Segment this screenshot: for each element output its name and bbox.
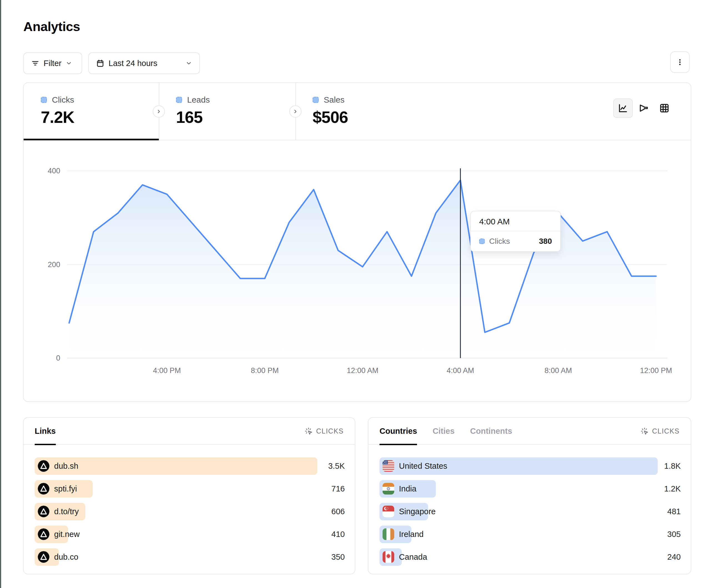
analytics-page: Analytics Filter Last 24 hours Clicks 7.…	[0, 0, 711, 588]
row-label: United States	[399, 457, 447, 475]
tab-label: Countries	[380, 427, 417, 436]
stats-row: Clicks 7.2K Leads 165 Sales $506	[24, 83, 691, 140]
dub-logo-icon	[38, 483, 49, 495]
x-tick-label: 12:00 AM	[339, 366, 386, 375]
stat-card-sales[interactable]: Sales $506	[295, 83, 462, 140]
country-row-india[interactable]: India1.2K	[380, 480, 681, 498]
calendar-icon	[96, 59, 104, 67]
stat-value: 7.2K	[41, 108, 159, 127]
tooltip-value: 380	[539, 237, 552, 246]
kebab-menu-icon	[676, 58, 684, 66]
link-row-dub.co[interactable]: dub.co350	[35, 548, 345, 566]
stat-card-clicks[interactable]: Clicks 7.2K	[24, 83, 159, 140]
chart-tooltip: 4:00 AM Clicks 380	[470, 211, 561, 252]
more-options-button[interactable]	[670, 51, 690, 73]
row-label: d.to/try	[54, 503, 79, 520]
dub-logo-icon	[38, 551, 49, 563]
geo-panel-header: Countries Cities Continents CLICKS	[368, 418, 691, 445]
clicks-area-chart[interactable]	[67, 166, 667, 359]
filter-button[interactable]: Filter	[23, 52, 82, 74]
tab-label: Cities	[433, 427, 454, 436]
row-label: dub.co	[54, 548, 78, 566]
stat-value: $506	[313, 108, 462, 127]
geo-metric-selector[interactable]: CLICKS	[641, 418, 680, 445]
grid-icon	[659, 103, 670, 113]
tab-continents[interactable]: Continents	[470, 418, 512, 445]
tab-label: Links	[35, 427, 56, 436]
table-view-button[interactable]	[658, 102, 670, 114]
row-label: spti.fyi	[54, 480, 77, 498]
funnel-view-button[interactable]	[638, 102, 650, 114]
active-stat-underline	[24, 139, 159, 140]
clicks-legend-icon	[41, 97, 47, 103]
metric-label: CLICKS	[316, 427, 344, 435]
x-tick-label: 8:00 PM	[241, 366, 288, 375]
window-edge-divider	[0, 0, 1, 588]
chevron-right-icon	[156, 109, 161, 114]
x-tick-label: 12:00 PM	[632, 366, 680, 375]
row-label: Canada	[399, 548, 427, 566]
row-label: dub.sh	[54, 457, 78, 475]
chart-area-fill	[69, 180, 656, 358]
chevron-down-icon	[66, 60, 72, 67]
line-chart-icon	[618, 103, 628, 113]
expand-sales-button[interactable]	[289, 106, 302, 118]
row-value: 716	[331, 480, 345, 498]
country-row-singapore[interactable]: Singapore481	[380, 503, 681, 520]
dub-logo-icon	[38, 528, 49, 540]
date-range-label: Last 24 hours	[109, 59, 157, 68]
flag-us-icon	[383, 460, 394, 472]
cursor-click-icon	[641, 427, 649, 435]
row-value: 481	[667, 503, 681, 520]
x-tick-label: 4:00 AM	[437, 366, 484, 375]
stat-card-leads[interactable]: Leads 165	[159, 83, 295, 140]
country-row-ireland[interactable]: Ireland305	[380, 526, 681, 543]
row-value: 3.5K	[328, 457, 345, 475]
row-value: 606	[331, 503, 345, 520]
date-range-button[interactable]: Last 24 hours	[88, 52, 200, 74]
x-tick-label: 4:00 PM	[143, 366, 191, 375]
links-panel-header: Links CLICKS	[24, 418, 355, 445]
row-value: 305	[667, 526, 681, 543]
y-tick-label: 400	[27, 167, 60, 175]
link-row-git.new[interactable]: git.new410	[35, 526, 345, 543]
line-chart-view-button[interactable]	[613, 98, 633, 118]
country-row-canada[interactable]: Canada240	[380, 548, 681, 566]
y-tick-label: 200	[27, 261, 60, 269]
flag-ca-icon	[383, 551, 394, 563]
geo-panel: Countries Cities Continents CLICKS Unite…	[368, 417, 691, 574]
stat-label: Clicks	[52, 95, 74, 105]
link-row-dub.sh[interactable]: dub.sh3.5K	[35, 457, 345, 475]
tab-label: Continents	[470, 427, 512, 436]
stat-label: Leads	[187, 95, 210, 105]
links-metric-selector[interactable]: CLICKS	[305, 418, 344, 445]
links-panel: Links CLICKS dub.sh3.5Kspti.fyi716d.to/t…	[23, 417, 356, 574]
sales-legend-icon	[313, 97, 319, 103]
y-tick-label: 0	[27, 354, 60, 362]
x-tick-label: 8:00 AM	[535, 366, 582, 375]
chevron-down-icon	[186, 60, 192, 67]
country-row-united-states[interactable]: United States1.8K	[380, 457, 681, 475]
clicks-legend-icon	[479, 239, 485, 244]
flag-sg-icon	[383, 506, 394, 517]
filter-button-label: Filter	[44, 59, 61, 68]
analytics-overview-card: Clicks 7.2K Leads 165 Sales $506	[23, 82, 691, 402]
flag-ie-icon	[383, 528, 394, 540]
expand-leads-button[interactable]	[153, 106, 165, 118]
dub-logo-icon	[38, 460, 49, 472]
flag-in-icon	[383, 483, 394, 495]
tab-links[interactable]: Links	[35, 418, 56, 445]
row-value: 410	[331, 526, 345, 543]
link-row-spti.fyi[interactable]: spti.fyi716	[35, 480, 345, 498]
chevron-right-icon	[293, 109, 298, 114]
row-label: git.new	[54, 526, 80, 543]
page-title: Analytics	[23, 19, 80, 34]
row-value: 1.8K	[664, 457, 681, 475]
link-row-d.to/try[interactable]: d.to/try606	[35, 503, 345, 520]
leads-legend-icon	[176, 97, 182, 103]
tab-countries[interactable]: Countries	[380, 418, 417, 445]
row-label: Ireland	[399, 526, 424, 543]
dub-logo-icon	[38, 506, 49, 517]
tab-cities[interactable]: Cities	[433, 418, 454, 445]
row-label: Singapore	[399, 503, 436, 520]
